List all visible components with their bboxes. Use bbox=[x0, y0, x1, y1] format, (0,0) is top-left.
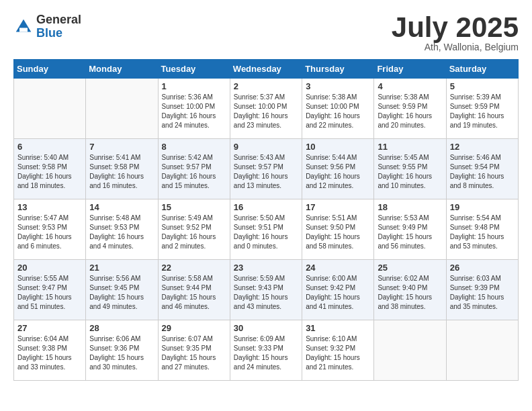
calendar-cell: 21Sunrise: 5:56 AM Sunset: 9:45 PM Dayli… bbox=[86, 260, 158, 320]
week-row-5: 27Sunrise: 6:04 AM Sunset: 9:38 PM Dayli… bbox=[14, 320, 519, 381]
calendar-cell: 17Sunrise: 5:51 AM Sunset: 9:50 PM Dayli… bbox=[302, 199, 374, 260]
calendar-cell: 15Sunrise: 5:49 AM Sunset: 9:52 PM Dayli… bbox=[158, 199, 230, 260]
calendar-cell: 23Sunrise: 5:59 AM Sunset: 9:43 PM Dayli… bbox=[230, 260, 302, 320]
day-info: Sunrise: 6:04 AM Sunset: 9:38 PM Dayligh… bbox=[17, 334, 82, 372]
weekday-header-wednesday: Wednesday bbox=[230, 60, 302, 79]
day-info: Sunrise: 5:48 AM Sunset: 9:53 PM Dayligh… bbox=[89, 214, 154, 251]
day-info: Sunrise: 6:07 AM Sunset: 9:35 PM Dayligh… bbox=[162, 334, 226, 372]
day-info: Sunrise: 5:54 AM Sunset: 9:48 PM Dayligh… bbox=[450, 214, 515, 251]
day-info: Sunrise: 6:02 AM Sunset: 9:40 PM Dayligh… bbox=[378, 274, 442, 312]
day-number: 20 bbox=[17, 263, 82, 273]
calendar-cell: 8Sunrise: 5:42 AM Sunset: 9:57 PM Daylig… bbox=[158, 139, 230, 199]
logo-blue: Blue bbox=[36, 27, 81, 40]
day-number: 23 bbox=[234, 263, 298, 273]
day-info: Sunrise: 5:58 AM Sunset: 9:44 PM Dayligh… bbox=[162, 274, 226, 312]
day-number: 7 bbox=[89, 142, 154, 152]
day-number: 30 bbox=[234, 323, 298, 333]
day-info: Sunrise: 5:53 AM Sunset: 9:49 PM Dayligh… bbox=[378, 214, 442, 251]
day-number: 1 bbox=[162, 81, 226, 91]
day-number: 31 bbox=[306, 323, 370, 333]
weekday-header-row: SundayMondayTuesdayWednesdayThursdayFrid… bbox=[14, 60, 519, 79]
logo-general: General bbox=[36, 13, 81, 27]
day-number: 15 bbox=[162, 202, 226, 212]
day-info: Sunrise: 5:42 AM Sunset: 9:57 PM Dayligh… bbox=[162, 153, 226, 191]
day-info: Sunrise: 5:40 AM Sunset: 9:58 PM Dayligh… bbox=[17, 153, 82, 191]
calendar-cell: 4Sunrise: 5:38 AM Sunset: 9:59 PM Daylig… bbox=[374, 79, 446, 139]
calendar-cell: 28Sunrise: 6:06 AM Sunset: 9:36 PM Dayli… bbox=[86, 320, 158, 381]
calendar-cell: 9Sunrise: 5:43 AM Sunset: 9:57 PM Daylig… bbox=[230, 139, 302, 199]
calendar-cell bbox=[14, 79, 86, 139]
day-info: Sunrise: 6:06 AM Sunset: 9:36 PM Dayligh… bbox=[89, 334, 154, 372]
day-info: Sunrise: 5:45 AM Sunset: 9:55 PM Dayligh… bbox=[378, 153, 442, 191]
day-number: 2 bbox=[234, 81, 298, 91]
calendar: SundayMondayTuesdayWednesdayThursdayFrid… bbox=[13, 59, 519, 381]
day-info: Sunrise: 5:46 AM Sunset: 9:54 PM Dayligh… bbox=[450, 153, 515, 191]
calendar-cell: 7Sunrise: 5:41 AM Sunset: 9:58 PM Daylig… bbox=[86, 139, 158, 199]
day-number: 12 bbox=[450, 142, 515, 152]
day-number: 19 bbox=[450, 202, 515, 212]
day-info: Sunrise: 5:36 AM Sunset: 10:00 PM Daylig… bbox=[162, 93, 226, 130]
weekday-header-sunday: Sunday bbox=[14, 60, 86, 79]
day-info: Sunrise: 5:41 AM Sunset: 9:58 PM Dayligh… bbox=[89, 153, 154, 191]
day-info: Sunrise: 5:47 AM Sunset: 9:53 PM Dayligh… bbox=[17, 214, 82, 251]
day-number: 13 bbox=[17, 202, 82, 212]
day-number: 16 bbox=[234, 202, 298, 212]
calendar-cell: 13Sunrise: 5:47 AM Sunset: 9:53 PM Dayli… bbox=[14, 199, 86, 260]
calendar-cell: 5Sunrise: 5:39 AM Sunset: 9:59 PM Daylig… bbox=[446, 79, 518, 139]
day-info: Sunrise: 5:37 AM Sunset: 10:00 PM Daylig… bbox=[234, 93, 298, 130]
calendar-cell: 31Sunrise: 6:10 AM Sunset: 9:32 PM Dayli… bbox=[302, 320, 374, 381]
day-info: Sunrise: 5:38 AM Sunset: 9:59 PM Dayligh… bbox=[378, 93, 442, 130]
calendar-cell: 6Sunrise: 5:40 AM Sunset: 9:58 PM Daylig… bbox=[14, 139, 86, 199]
calendar-cell: 18Sunrise: 5:53 AM Sunset: 9:49 PM Dayli… bbox=[374, 199, 446, 260]
logo: General Blue bbox=[13, 13, 81, 40]
day-number: 27 bbox=[17, 323, 82, 333]
weekday-header-tuesday: Tuesday bbox=[158, 60, 230, 79]
day-number: 6 bbox=[17, 142, 82, 152]
day-number: 22 bbox=[162, 263, 226, 273]
day-info: Sunrise: 5:43 AM Sunset: 9:57 PM Dayligh… bbox=[234, 153, 298, 191]
calendar-cell: 20Sunrise: 5:55 AM Sunset: 9:47 PM Dayli… bbox=[14, 260, 86, 320]
week-row-3: 13Sunrise: 5:47 AM Sunset: 9:53 PM Dayli… bbox=[14, 199, 519, 260]
calendar-cell: 1Sunrise: 5:36 AM Sunset: 10:00 PM Dayli… bbox=[158, 79, 230, 139]
calendar-cell: 12Sunrise: 5:46 AM Sunset: 9:54 PM Dayli… bbox=[446, 139, 518, 199]
location: Ath, Wallonia, Belgium bbox=[392, 42, 519, 52]
day-number: 25 bbox=[378, 263, 442, 273]
month-title: July 2025 bbox=[392, 13, 519, 42]
day-number: 14 bbox=[89, 202, 154, 212]
calendar-cell: 25Sunrise: 6:02 AM Sunset: 9:40 PM Dayli… bbox=[374, 260, 446, 320]
svg-rect-1 bbox=[19, 28, 28, 32]
day-number: 9 bbox=[234, 142, 298, 152]
calendar-cell: 19Sunrise: 5:54 AM Sunset: 9:48 PM Dayli… bbox=[446, 199, 518, 260]
calendar-cell: 11Sunrise: 5:45 AM Sunset: 9:55 PM Dayli… bbox=[374, 139, 446, 199]
weekday-header-monday: Monday bbox=[86, 60, 158, 79]
calendar-cell: 26Sunrise: 6:03 AM Sunset: 9:39 PM Dayli… bbox=[446, 260, 518, 320]
day-number: 10 bbox=[306, 142, 370, 152]
day-info: Sunrise: 6:03 AM Sunset: 9:39 PM Dayligh… bbox=[450, 274, 515, 312]
calendar-cell: 22Sunrise: 5:58 AM Sunset: 9:44 PM Dayli… bbox=[158, 260, 230, 320]
calendar-cell bbox=[86, 79, 158, 139]
calendar-cell: 27Sunrise: 6:04 AM Sunset: 9:38 PM Dayli… bbox=[14, 320, 86, 381]
logo-text: General Blue bbox=[36, 13, 81, 40]
day-number: 8 bbox=[162, 142, 226, 152]
week-row-1: 1Sunrise: 5:36 AM Sunset: 10:00 PM Dayli… bbox=[14, 79, 519, 139]
day-info: Sunrise: 5:51 AM Sunset: 9:50 PM Dayligh… bbox=[306, 214, 370, 251]
day-info: Sunrise: 6:10 AM Sunset: 9:32 PM Dayligh… bbox=[306, 334, 370, 372]
day-number: 26 bbox=[450, 263, 515, 273]
day-info: Sunrise: 5:55 AM Sunset: 9:47 PM Dayligh… bbox=[17, 274, 82, 312]
title-block: July 2025 Ath, Wallonia, Belgium bbox=[392, 13, 519, 52]
calendar-cell: 2Sunrise: 5:37 AM Sunset: 10:00 PM Dayli… bbox=[230, 79, 302, 139]
calendar-cell: 10Sunrise: 5:44 AM Sunset: 9:56 PM Dayli… bbox=[302, 139, 374, 199]
weekday-header-saturday: Saturday bbox=[446, 60, 518, 79]
logo-icon bbox=[13, 17, 34, 37]
day-info: Sunrise: 5:50 AM Sunset: 9:51 PM Dayligh… bbox=[234, 214, 298, 251]
day-number: 3 bbox=[306, 81, 370, 91]
day-info: Sunrise: 6:00 AM Sunset: 9:42 PM Dayligh… bbox=[306, 274, 370, 312]
calendar-cell: 24Sunrise: 6:00 AM Sunset: 9:42 PM Dayli… bbox=[302, 260, 374, 320]
calendar-cell bbox=[446, 320, 518, 381]
day-info: Sunrise: 5:49 AM Sunset: 9:52 PM Dayligh… bbox=[162, 214, 226, 251]
calendar-cell: 16Sunrise: 5:50 AM Sunset: 9:51 PM Dayli… bbox=[230, 199, 302, 260]
day-info: Sunrise: 5:56 AM Sunset: 9:45 PM Dayligh… bbox=[89, 274, 154, 312]
calendar-cell: 29Sunrise: 6:07 AM Sunset: 9:35 PM Dayli… bbox=[158, 320, 230, 381]
calendar-cell bbox=[374, 320, 446, 381]
day-number: 17 bbox=[306, 202, 370, 212]
